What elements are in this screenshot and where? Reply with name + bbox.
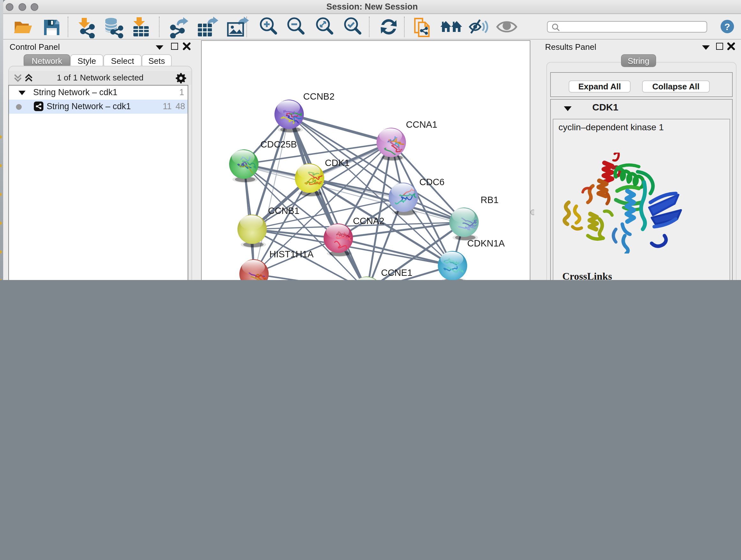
svg-text:CCNB2: CCNB2 [303, 91, 334, 102]
svg-text:CCNE1: CCNE1 [381, 267, 412, 278]
svg-text:CDC25B: CDC25B [260, 139, 297, 149]
svg-text:CDKN1A: CDKN1A [467, 238, 505, 248]
svg-text:CDK1: CDK1 [325, 158, 349, 168]
svg-text:CCNA1: CCNA1 [406, 119, 437, 130]
svg-text:RB1: RB1 [481, 195, 498, 205]
svg-text:CDC6: CDC6 [419, 177, 445, 187]
svg-text:CCNB1: CCNB1 [268, 206, 299, 216]
svg-text:CCNA2: CCNA2 [353, 216, 384, 226]
svg-text:HIST1H1A: HIST1H1A [269, 249, 314, 259]
